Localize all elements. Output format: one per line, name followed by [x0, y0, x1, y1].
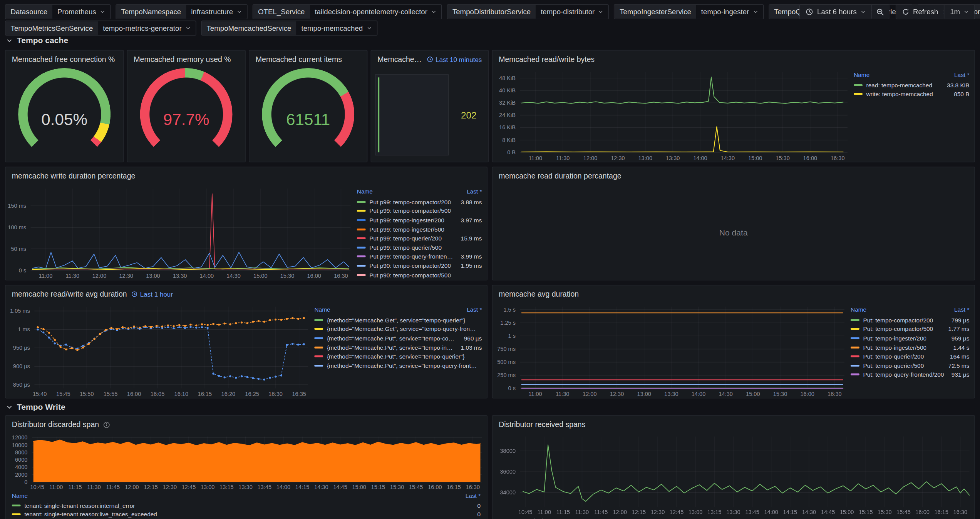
svg-text:11:30: 11:30: [556, 391, 569, 397]
legend-item[interactable]: {method="Memcache.Put", service="tempo-q…: [314, 352, 482, 361]
chevron-down-icon: [100, 9, 105, 14]
svg-text:12:30: 12:30: [119, 273, 133, 279]
refresh-button[interactable]: Refresh: [896, 5, 944, 19]
series-last-value: 3.99 ms: [456, 253, 482, 260]
legend-item[interactable]: Put p99: tempo-query-frontend/2003.99 ms: [357, 252, 482, 261]
legend-item[interactable]: Put p99: tempo-querier/500: [357, 243, 482, 252]
series-color-swatch: [357, 201, 366, 203]
svg-text:11:30: 11:30: [575, 509, 589, 515]
series-color-swatch: [314, 355, 323, 357]
legend-item[interactable]: Put: tempo-ingester/5001.44 s: [851, 343, 969, 352]
svg-text:1.05 ms: 1.05 ms: [10, 308, 30, 314]
legend-item[interactable]: Put: tempo-compactor/5001.77 ms: [851, 324, 969, 334]
panel-title[interactable]: Memcached current items: [256, 55, 342, 64]
legend-item[interactable]: Put: tempo-compactor/200799 µs: [851, 315, 969, 325]
series-color-swatch: [851, 337, 859, 339]
panel-title[interactable]: memcache read/write avg duration: [12, 290, 127, 299]
svg-text:16:05: 16:05: [151, 391, 165, 397]
timeseries-chart[interactable]: 0 B8 KiB16 KiB24 KiB32 KiB40 KiB48 KiB11…: [493, 68, 853, 162]
legend-item[interactable]: {method="Memcache.Put", service="tempo-q…: [314, 361, 482, 370]
svg-text:15:00: 15:00: [746, 391, 760, 397]
legend-item[interactable]: Put: tempo-querier/200164 ms: [851, 352, 969, 361]
info-icon[interactable]: [103, 421, 110, 428]
series-last-value: 72.5 ms: [943, 362, 970, 369]
legend-item[interactable]: Put: tempo-ingester/200959 µs: [851, 334, 969, 343]
legend-item[interactable]: Put: tempo-querier/50072.5 ms: [851, 361, 969, 370]
svg-text:12:45: 12:45: [670, 509, 684, 515]
panel-title[interactable]: Memcached free connection %: [12, 55, 115, 64]
svg-text:500 ms: 500 ms: [497, 359, 516, 365]
legend-item[interactable]: tenant: single-tenant reason:internal_er…: [12, 501, 481, 510]
time-range-picker[interactable]: Last 6 hours: [800, 5, 871, 19]
variable-value-dropdown[interactable]: tempo-ingester: [696, 5, 763, 19]
svg-text:0 s: 0 s: [508, 385, 516, 391]
variable-value-dropdown[interactable]: tempo-metrics-generator: [98, 21, 195, 35]
zoom-out-button[interactable]: [871, 5, 888, 19]
panel-title[interactable]: Memcached read/write bytes: [499, 55, 595, 64]
gauge-value: 0.05%: [18, 110, 111, 129]
svg-text:13:30: 13:30: [173, 273, 187, 279]
svg-text:15:45: 15:45: [409, 484, 423, 490]
svg-text:0 B: 0 B: [507, 149, 516, 155]
svg-text:15:30: 15:30: [773, 391, 787, 397]
timeseries-chart[interactable]: 0 s50 ms100 ms150 ms11:0011:3012:0012:30…: [6, 185, 356, 280]
svg-text:6000: 6000: [15, 457, 27, 463]
legend-item[interactable]: Put p99: tempo-ingester/500: [357, 225, 482, 234]
svg-text:16:10: 16:10: [174, 391, 189, 397]
panel-title[interactable]: Distributor received spans: [499, 420, 585, 429]
legend-item[interactable]: Put p99: tempo-querier/20015.9 ms: [357, 234, 482, 243]
svg-text:15:15: 15:15: [859, 509, 873, 515]
legend-item[interactable]: tenant: single-tenant: [499, 516, 968, 519]
svg-text:14:30: 14:30: [226, 273, 241, 279]
timeseries-chart[interactable]: 850 µs900 µs950 µs1 ms1.05 ms15:4015:451…: [6, 303, 313, 398]
svg-text:13:00: 13:00: [637, 391, 651, 397]
panel-title[interactable]: memcache write duration percentage: [12, 172, 135, 180]
series-color-swatch: [357, 265, 366, 267]
variable-value-dropdown[interactable]: taildecision-opentelemetry-collector: [310, 5, 441, 19]
svg-text:12:45: 12:45: [182, 484, 196, 490]
legend-item[interactable]: Put p99: tempo-compactor/2003.88 ms: [357, 197, 482, 207]
legend-item[interactable]: Put p99: tempo-ingester/2003.97 ms: [357, 215, 482, 225]
legend-item[interactable]: {method="Memcache.Put", service="tempo-i…: [314, 343, 482, 352]
legend-item[interactable]: Put p90: tempo-compactor/2001.95 ms: [357, 261, 482, 270]
panel-title[interactable]: Memcached co...: [377, 55, 422, 64]
timeseries-chart[interactable]: 34000360003800010:4511:0011:1511:3011:45…: [493, 433, 974, 516]
legend-item[interactable]: {method="Memcache.Get", service="tempo-q…: [314, 315, 482, 325]
refresh-icon: [902, 8, 909, 15]
variable-value-dropdown[interactable]: infrastructure: [186, 5, 247, 19]
variable-value-dropdown[interactable]: tempo-distributor: [536, 5, 608, 19]
legend-item[interactable]: write: tempo-memcached850 B: [854, 90, 969, 99]
legend: NameLast *{method="Memcache.Get", servic…: [313, 303, 487, 398]
template-variable: DatasourcePrometheus: [5, 4, 111, 19]
chevron-down-icon: [598, 9, 603, 14]
panel-title[interactable]: memcache avg duration: [499, 290, 579, 299]
timeseries-chart[interactable]: 0 s250 ms500 ms750 ms1 s1.25 s1.5 s11:00…: [493, 303, 849, 398]
series-color-swatch: [357, 228, 366, 230]
panel-title[interactable]: Memcached memory used %: [134, 55, 231, 64]
legend-item[interactable]: {method="Memcache.Get", service="tempo-q…: [314, 324, 482, 334]
svg-text:13:30: 13:30: [664, 391, 678, 397]
variable-value-dropdown[interactable]: tempo-memcached: [296, 21, 376, 35]
legend-item[interactable]: {method="Memcache.Put", service="tempo-c…: [314, 334, 482, 343]
svg-text:13:15: 13:15: [219, 484, 234, 490]
legend-item[interactable]: Put p99: tempo-compactor/500: [357, 207, 482, 216]
time-range-label: Last 6 hours: [817, 8, 857, 15]
variable-label: TempoMetricsGenService: [6, 21, 98, 35]
svg-text:11:30: 11:30: [556, 155, 570, 161]
series-name: write: tempo-memcached: [866, 91, 933, 98]
legend-item[interactable]: Put: tempo-query-frontend/200931 µs: [851, 370, 969, 379]
series-color-swatch: [12, 513, 21, 515]
timeseries-chart[interactable]: 02000400060008000100001200010:4511:0011:…: [6, 433, 487, 491]
panel-title[interactable]: Distributor discarded span: [12, 420, 99, 429]
panel-avg-duration: memcache avg duration 0 s250 ms500 ms750…: [492, 285, 975, 398]
zoom-out-icon: [876, 8, 884, 16]
refresh-interval-dropdown[interactable]: 1m: [944, 5, 975, 19]
legend-item[interactable]: tenant: single-tenant reason:live_traces…: [12, 510, 481, 518]
panel-title[interactable]: memcache read duration percantage: [499, 172, 621, 180]
legend-item[interactable]: read: tempo-memcached33.8 KiB: [854, 80, 969, 90]
row-header-tempo-cache[interactable]: Tempo cache: [6, 36, 68, 45]
row-header-tempo-write[interactable]: Tempo Write: [6, 402, 65, 411]
variable-value-dropdown[interactable]: Prometheus: [52, 5, 110, 19]
legend-item[interactable]: Put p90: tempo-compactor/500: [357, 270, 482, 279]
series-last-value: 960 µs: [459, 335, 482, 342]
